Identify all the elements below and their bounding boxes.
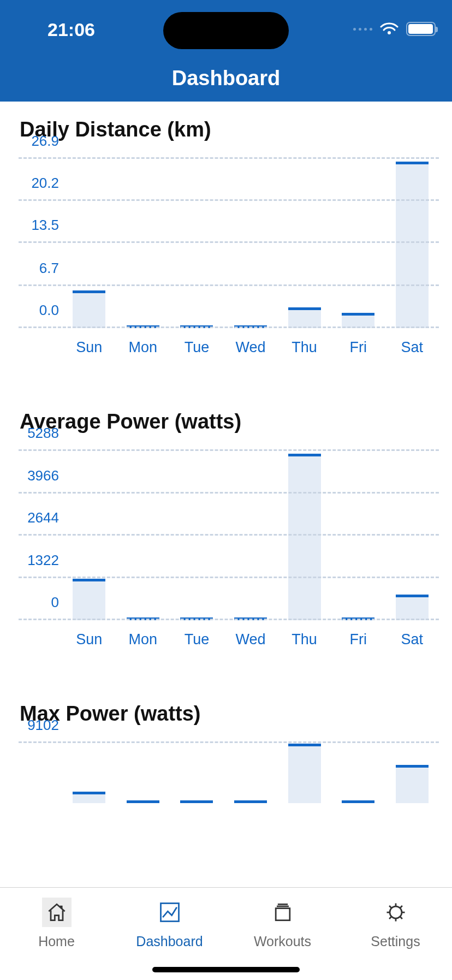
x-tick-label: Sun <box>62 339 116 361</box>
x-tick-label: Sun <box>62 631 116 653</box>
grid-line <box>19 577 439 578</box>
chart-title-distance: Daily Distance (km) <box>0 102 452 153</box>
chart-daily-distance: 0.06.713.520.226.9 SunMonTueWedThuFriSat <box>8 153 444 366</box>
bar-slot <box>385 159 439 328</box>
bar-slot <box>116 159 170 328</box>
tab-settings[interactable]: Settings <box>339 888 452 980</box>
tab-bar: Home Dashboard Workouts Settings <box>0 887 452 980</box>
y-tick-label: 6.7 <box>26 260 59 277</box>
home-indicator <box>152 967 300 972</box>
bar-fri <box>342 800 374 803</box>
bar-slot <box>385 743 439 803</box>
bar-slot <box>62 451 116 620</box>
chart-max-power: 9102 <box>8 738 444 803</box>
carrier-dots-icon <box>353 28 372 31</box>
gear-icon <box>381 898 411 927</box>
bar-sun <box>73 290 105 328</box>
bar-sun <box>73 579 105 620</box>
bar-slot <box>277 159 331 328</box>
bar-mon <box>127 800 159 803</box>
bar-wed <box>234 800 267 803</box>
bar-slot <box>331 451 385 620</box>
bar-slot <box>62 743 116 803</box>
y-tick-label: 9102 <box>26 717 59 734</box>
tab-workouts[interactable]: Workouts <box>226 888 339 980</box>
chart-icon <box>155 898 185 927</box>
bar-thu <box>288 454 321 620</box>
y-tick-label: 0 <box>26 594 59 611</box>
tab-dashboard-label: Dashboard <box>136 934 203 949</box>
tab-workouts-label: Workouts <box>254 934 311 949</box>
x-tick-label: Mon <box>116 339 170 361</box>
wifi-icon <box>380 22 399 35</box>
grid-line <box>19 157 439 159</box>
device-notch <box>163 12 289 49</box>
grid-line <box>19 741 439 743</box>
chart-title-avg-power: Average Power (watts) <box>0 394 452 446</box>
grid-line <box>19 241 439 243</box>
bar-sat <box>396 595 429 620</box>
x-tick-label: Fri <box>331 631 385 653</box>
x-tick-label: Thu <box>277 631 331 653</box>
bar-slot <box>116 451 170 620</box>
tab-dashboard[interactable]: Dashboard <box>113 888 226 980</box>
page-header: Dashboard <box>0 55 452 102</box>
tab-home-label: Home <box>38 934 75 949</box>
bar-slot <box>170 451 224 620</box>
svg-rect-1 <box>276 908 290 920</box>
status-bar: 21:06 <box>0 0 452 55</box>
bar-slot <box>170 159 224 328</box>
grid-line <box>19 199 439 201</box>
bar-sat <box>396 765 429 803</box>
bar-thu <box>288 744 321 803</box>
x-tick-label: Tue <box>170 339 224 361</box>
chart-average-power: 01322264439665288 SunMonTueWedThuFriSat <box>8 446 444 658</box>
x-tick-label: Sat <box>385 631 439 653</box>
bar-sun <box>73 792 105 803</box>
grid-line <box>19 284 439 286</box>
status-right <box>353 22 436 36</box>
grid-line <box>19 449 439 451</box>
bar-slot <box>62 159 116 328</box>
tab-home[interactable]: Home <box>0 888 113 980</box>
bar-fri <box>342 313 374 328</box>
bar-tue <box>180 800 213 803</box>
bar-slot <box>331 159 385 328</box>
x-tick-label: Tue <box>170 631 224 653</box>
y-tick-label: 20.2 <box>26 175 59 192</box>
bar-slot <box>224 451 278 620</box>
x-tick-label: Mon <box>116 631 170 653</box>
x-tick-label: Wed <box>224 339 278 361</box>
y-tick-label: 13.5 <box>26 217 59 234</box>
bar-slot <box>224 743 278 803</box>
y-tick-label: 1322 <box>26 551 59 568</box>
page-title: Dashboard <box>172 67 280 90</box>
grid-line <box>19 326 439 328</box>
bar-slot <box>116 743 170 803</box>
y-tick-label: 5288 <box>26 425 59 442</box>
y-tick-label: 2644 <box>26 509 59 526</box>
bar-slot <box>277 743 331 803</box>
y-tick-label: 3966 <box>26 467 59 484</box>
grid-line <box>19 534 439 536</box>
battery-icon <box>406 22 436 36</box>
home-icon <box>42 898 72 927</box>
bar-slot <box>224 159 278 328</box>
grid-line <box>19 619 439 620</box>
x-tick-label: Fri <box>331 339 385 361</box>
bar-slot <box>170 743 224 803</box>
chart-title-max-power: Max Power (watts) <box>0 686 452 738</box>
bar-thu <box>288 307 321 328</box>
dashboard-content: Daily Distance (km) 0.06.713.520.226.9 S… <box>0 102 452 803</box>
y-tick-label: 26.9 <box>26 133 59 150</box>
x-tick-label: Sat <box>385 339 439 361</box>
bar-slot <box>331 743 385 803</box>
bar-slot <box>277 451 331 620</box>
status-time: 21:06 <box>47 19 95 40</box>
workouts-icon <box>268 898 298 927</box>
svg-point-2 <box>390 906 402 918</box>
x-tick-label: Wed <box>224 631 278 653</box>
grid-line <box>19 492 439 494</box>
bar-slot <box>385 451 439 620</box>
x-tick-label: Thu <box>277 339 331 361</box>
